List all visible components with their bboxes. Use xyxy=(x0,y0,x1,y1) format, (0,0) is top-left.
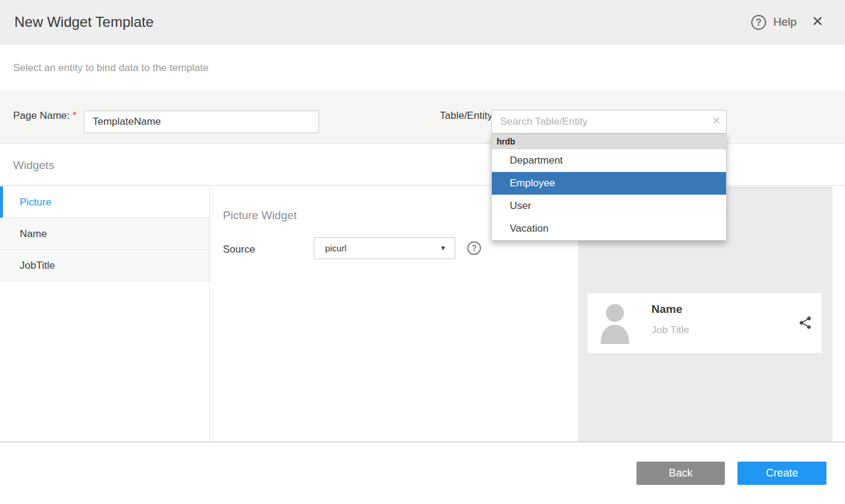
source-select-value: picurl xyxy=(325,238,347,259)
page-name-label: Page Name:* xyxy=(13,110,76,122)
table-entity-label: Table/Entity* xyxy=(440,110,500,122)
subtitle-row: Select an entity to bind data to the tem… xyxy=(0,45,845,91)
widget-detail-title: Picture Widget xyxy=(223,209,297,222)
help-button[interactable]: Help xyxy=(773,0,797,44)
sidebar-item-picture[interactable]: Picture xyxy=(0,186,209,218)
preview-name-text: Name xyxy=(651,303,682,316)
subtitle-text: Select an entity to bind data to the tem… xyxy=(13,45,209,91)
dialog-header: New Widget Template ? Help ✕ xyxy=(0,0,845,44)
dropdown-item-user[interactable]: User xyxy=(492,195,726,217)
dropdown-item-employee[interactable]: Employee xyxy=(492,172,726,195)
required-marker: * xyxy=(73,110,77,121)
page-title: New Widget Template xyxy=(14,0,154,44)
dropdown-group-header: hrdb xyxy=(492,134,726,149)
page-name-label-text: Page Name: xyxy=(13,110,70,121)
avatar-placeholder-icon xyxy=(599,301,630,344)
widgets-section-title: Widgets xyxy=(13,145,54,186)
back-button[interactable]: Back xyxy=(636,462,725,485)
widget-list-sidebar: Picture Name JobTitle xyxy=(0,186,210,442)
close-icon[interactable]: ✕ xyxy=(812,0,823,44)
share-icon[interactable] xyxy=(798,315,813,330)
chevron-down-icon: ▼ xyxy=(440,238,446,259)
source-select[interactable]: picurl ▼ xyxy=(314,237,455,259)
table-entity-label-text: Table/Entity xyxy=(440,110,492,121)
table-entity-search: ✕ xyxy=(491,110,727,134)
help-icon[interactable]: ? xyxy=(751,15,766,30)
entity-dropdown: hrdb Department Employee User Vacation xyxy=(491,134,727,241)
table-entity-search-input[interactable] xyxy=(491,110,727,134)
dropdown-item-department[interactable]: Department xyxy=(492,149,726,172)
page-name-input[interactable] xyxy=(84,110,319,133)
new-widget-template-dialog: New Widget Template ? Help ✕ Select an e… xyxy=(0,0,845,504)
preview-jobtitle-text: Job Title xyxy=(651,324,689,336)
sidebar-item-jobtitle[interactable]: JobTitle xyxy=(0,250,209,281)
source-label: Source xyxy=(223,244,255,256)
preview-card: Name Job Title xyxy=(587,293,822,353)
create-button[interactable]: Create xyxy=(737,462,826,485)
sidebar-item-name[interactable]: Name xyxy=(0,218,209,250)
content-bottom-divider xyxy=(0,441,845,442)
dropdown-item-vacation[interactable]: Vacation xyxy=(492,217,726,240)
source-help-icon[interactable]: ? xyxy=(467,241,481,255)
clear-search-icon[interactable]: ✕ xyxy=(712,110,721,134)
